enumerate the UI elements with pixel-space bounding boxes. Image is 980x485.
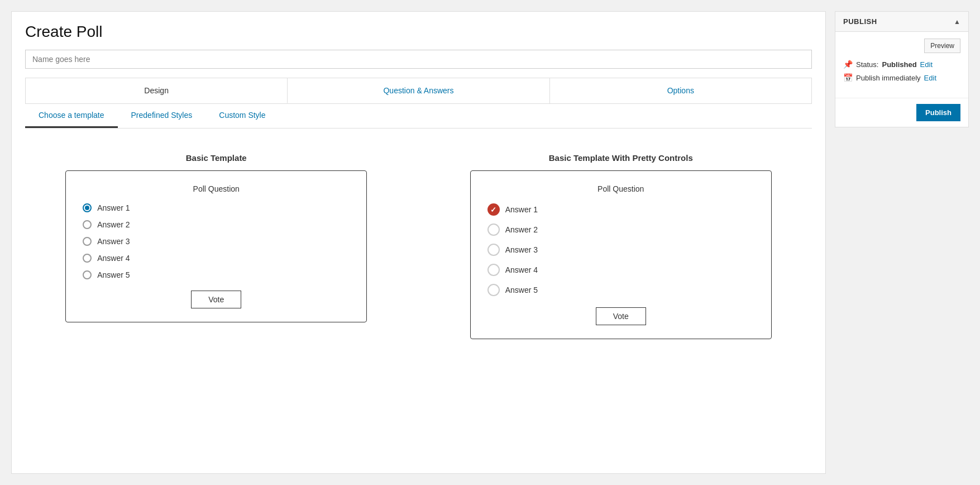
pretty-answer-label-4: Answer 4 <box>505 265 538 274</box>
pretty-answer-label-5: Answer 5 <box>505 286 538 294</box>
basic-answer-label-5: Answer 5 <box>97 270 130 279</box>
tab-options[interactable]: Options <box>550 78 811 103</box>
basic-answer-4: Answer 4 <box>83 254 350 263</box>
publish-header: PUBLISH ▲ <box>835 12 968 32</box>
basic-answer-label-2: Answer 2 <box>97 220 130 229</box>
status-row: 📌 Status: Published Edit <box>843 60 960 69</box>
basic-answer-label-3: Answer 3 <box>97 237 130 246</box>
radio-basic-4[interactable] <box>83 254 92 263</box>
publish-action-row: Publish <box>835 98 968 127</box>
publish-time-row: 📅 Publish immediately Edit <box>843 73 960 82</box>
chevron-up-icon[interactable]: ▲ <box>954 18 960 26</box>
tab-design[interactable]: Design <box>26 78 288 103</box>
publish-body: Preview 📌 Status: Published Edit 📅 Publi… <box>835 32 968 93</box>
pretty-template-card[interactable]: Poll Question Answer 1 Answer 2 Answer 3 <box>470 170 772 339</box>
radio-basic-2[interactable] <box>83 220 92 229</box>
pretty-template-col: Basic Template With Pretty Controls Poll… <box>436 153 807 339</box>
publish-button[interactable]: Publish <box>916 104 960 121</box>
pretty-answer-1: Answer 1 <box>487 203 754 216</box>
tab-qa[interactable]: Question & Answers <box>288 78 549 103</box>
pretty-poll-question: Poll Question <box>487 184 754 193</box>
status-value: Published <box>882 60 916 69</box>
pretty-answer-label-2: Answer 2 <box>505 225 538 234</box>
publish-time-label: Publish immediately <box>856 74 921 82</box>
pretty-answer-2: Answer 2 <box>487 224 754 236</box>
publish-header-title: PUBLISH <box>843 17 877 26</box>
page-title: Create Poll <box>25 23 812 41</box>
calendar-icon: 📅 <box>843 73 853 82</box>
preview-button[interactable]: Preview <box>924 39 960 53</box>
radio-basic-5[interactable] <box>83 270 92 279</box>
basic-poll-question: Poll Question <box>83 184 350 193</box>
radio-pretty-2[interactable] <box>487 224 500 236</box>
pretty-vote-button[interactable]: Vote <box>596 307 646 325</box>
basic-template-card[interactable]: Poll Question Answer 1 Answer 2 Answer 3 <box>65 170 367 322</box>
pretty-answer-3: Answer 3 <box>487 244 754 256</box>
basic-answer-5: Answer 5 <box>83 270 350 279</box>
sub-tab-choose-template[interactable]: Choose a template <box>25 104 118 128</box>
basic-answer-2: Answer 2 <box>83 220 350 229</box>
poll-name-input[interactable] <box>25 50 812 69</box>
sidebar: PUBLISH ▲ Preview 📌 Status: Published Ed… <box>835 11 969 474</box>
radio-basic-1[interactable] <box>83 203 92 212</box>
publish-box: PUBLISH ▲ Preview 📌 Status: Published Ed… <box>835 11 969 127</box>
pretty-answer-4: Answer 4 <box>487 264 754 276</box>
radio-pretty-1[interactable] <box>487 203 500 216</box>
basic-answer-1: Answer 1 <box>83 203 350 212</box>
templates-section: Basic Template Poll Question Answer 1 An… <box>25 142 812 350</box>
basic-answer-3: Answer 3 <box>83 237 350 246</box>
main-tabs: Design Question & Answers Options <box>25 78 812 104</box>
pretty-template-title: Basic Template With Pretty Controls <box>549 153 693 163</box>
pretty-answer-label-3: Answer 3 <box>505 245 538 254</box>
sub-tab-predefined-styles[interactable]: Predefined Styles <box>118 104 206 128</box>
basic-vote-button[interactable]: Vote <box>191 291 241 308</box>
basic-answer-label-4: Answer 4 <box>97 254 130 263</box>
sub-tab-custom-style[interactable]: Custom Style <box>205 104 279 128</box>
radio-pretty-5[interactable] <box>487 284 500 296</box>
radio-pretty-3[interactable] <box>487 244 500 256</box>
publish-time-edit-link[interactable]: Edit <box>924 74 936 82</box>
pretty-answer-label-1: Answer 1 <box>505 205 538 214</box>
basic-template-col: Basic Template Poll Question Answer 1 An… <box>31 153 402 339</box>
radio-basic-3[interactable] <box>83 237 92 246</box>
basic-answer-label-1: Answer 1 <box>97 203 130 212</box>
basic-template-title: Basic Template <box>186 153 247 163</box>
pin-icon: 📌 <box>843 60 853 69</box>
pretty-answer-5: Answer 5 <box>487 284 754 296</box>
status-edit-link[interactable]: Edit <box>920 60 933 69</box>
radio-pretty-4[interactable] <box>487 264 500 276</box>
status-label: Status: <box>856 60 878 69</box>
sub-tabs: Choose a template Predefined Styles Cust… <box>25 104 812 129</box>
